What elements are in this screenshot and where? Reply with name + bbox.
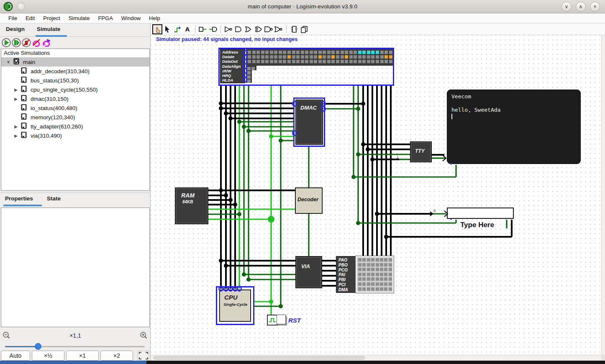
nor-gate-tool[interactable] (274, 24, 284, 34)
tty-terminal[interactable]: Veecom hello, SweetAda (447, 90, 581, 164)
tree-item-cpu_single_cycle[interactable]: ▶ cpu_single_cycle(150,550) (1, 85, 149, 94)
tree-item-dmac[interactable]: ▶ dmac(310,150) (1, 94, 149, 103)
tree-item-main[interactable]: ▼ main (1, 57, 149, 67)
io-led (358, 282, 361, 286)
zoom-button-two[interactable]: ×2 (100, 351, 133, 361)
tab-state[interactable]: State (47, 195, 61, 202)
tree-item-label: via(310,490) (31, 133, 62, 139)
bus-led (385, 51, 388, 54)
rst-button[interactable] (277, 315, 286, 325)
io-led (358, 273, 361, 276)
minimize-button[interactable]: ∨ (561, 2, 572, 12)
and-gate-tool[interactable] (244, 24, 254, 34)
io-led (358, 287, 361, 291)
io-led (358, 263, 361, 267)
cpu-sub-label: Single-Cycle (223, 302, 247, 307)
close-button[interactable]: × (590, 2, 600, 12)
tree-item-memory[interactable]: memory(120,340) (1, 113, 149, 122)
bus-row-label-rw: !R/W (222, 69, 231, 73)
bus-led (310, 60, 313, 63)
zoom-button-one[interactable]: ×1 (66, 351, 99, 361)
menu-edit[interactable]: Edit (21, 14, 39, 23)
bus-led-single (247, 75, 251, 79)
bus-led (341, 60, 344, 63)
buffer-gate-tool[interactable] (233, 24, 244, 34)
tree-item-addr_decoder[interactable]: addr_decoder(310,340) (1, 67, 149, 76)
disclosure-right-icon[interactable]: ▶ (12, 97, 20, 101)
io-led (376, 263, 379, 267)
not-gate-tool[interactable] (223, 24, 233, 34)
menu-fpga[interactable]: FPGA (94, 14, 117, 23)
bus-led (367, 51, 370, 54)
text-tool[interactable]: A (182, 24, 192, 34)
io-led (362, 263, 366, 267)
zoom-in-icon[interactable] (140, 331, 147, 339)
disclosure-right-icon[interactable]: ▶ (12, 87, 20, 92)
sim-step-button[interactable] (11, 38, 21, 48)
zoom-button-auto[interactable]: Auto (1, 351, 30, 361)
bus-row-label-dataalign: DataAlign (222, 64, 241, 69)
bus-led (314, 60, 317, 63)
horizontal-scrollbar[interactable] (151, 355, 601, 361)
menu-file[interactable]: File (4, 14, 21, 23)
zoom-button-half[interactable]: ×½ (32, 351, 64, 361)
edit-tool[interactable] (162, 24, 172, 34)
bus-led (248, 60, 251, 63)
bus-led (318, 51, 322, 54)
vertical-scrollbar[interactable] (601, 35, 605, 355)
disclosure-down-icon[interactable]: ▼ (5, 60, 12, 64)
menu-simulate[interactable]: Simulate (64, 14, 94, 23)
via-component[interactable] (295, 256, 322, 288)
bus-led (283, 51, 286, 54)
or-gate-tool[interactable] (254, 24, 264, 34)
bus-led (389, 60, 392, 63)
bus-led (389, 55, 392, 59)
wire-tool[interactable] (172, 24, 182, 34)
bus-led (287, 51, 291, 54)
dmac-label: DMAC (300, 105, 317, 111)
horizontal-scrollbar-thumb[interactable] (154, 356, 365, 360)
tree-item-io_status[interactable]: io_status(400,480) (1, 103, 149, 113)
bus-led (296, 60, 300, 63)
menu-project[interactable]: Project (39, 14, 64, 23)
nand-gate-tool[interactable] (264, 24, 274, 34)
io-led (389, 273, 392, 276)
circuit-canvas[interactable]: Simulator paused: 44 signals changed, no… (151, 35, 601, 355)
add-circuit-tool[interactable] (289, 24, 299, 34)
zoom-slider-knob[interactable] (35, 343, 41, 350)
tab-simulate[interactable]: Simulate (37, 26, 60, 32)
bus-led (354, 55, 357, 59)
disclosure-right-icon[interactable]: ▶ (12, 124, 20, 129)
selection-corners-icon[interactable] (138, 351, 149, 361)
sim-stop-button[interactable] (21, 38, 31, 48)
menu-window[interactable]: Window (117, 14, 145, 23)
io-led (371, 268, 374, 271)
bus-led (248, 55, 251, 59)
input-pin-tool[interactable] (198, 24, 208, 34)
tree-item-bus_status[interactable]: bus_status(150,30) (1, 76, 149, 85)
keyboard-component[interactable] (447, 208, 514, 219)
subcircuits-tool[interactable] (299, 24, 309, 34)
tree-item-tty_adapter[interactable]: ▶ tty_adapter(610,260) (1, 122, 149, 131)
bus-led (256, 55, 260, 59)
bus-led (376, 55, 379, 59)
tick-full-button[interactable] (41, 38, 51, 48)
io-led (371, 277, 374, 281)
bus-led (367, 55, 370, 59)
bus-led (270, 60, 273, 63)
sim-enable-button[interactable] (1, 38, 11, 48)
poke-tool[interactable] (152, 24, 162, 34)
tab-properties[interactable]: Properties (5, 195, 33, 202)
bus-led (310, 55, 313, 59)
output-pin-tool[interactable] (208, 24, 218, 34)
properties-tab-underline (3, 205, 42, 206)
io-led (380, 287, 383, 291)
disclosure-right-icon[interactable]: ▶ (12, 133, 20, 138)
tree-item-via[interactable]: ▶ via(310,490) (1, 131, 149, 140)
tick-half-button[interactable] (31, 38, 41, 48)
tab-design[interactable]: Design (6, 26, 25, 32)
io-led (362, 287, 366, 291)
maximize-button[interactable]: ∧ (576, 2, 586, 12)
menu-help[interactable]: Help (145, 14, 164, 23)
io-led (389, 263, 392, 267)
